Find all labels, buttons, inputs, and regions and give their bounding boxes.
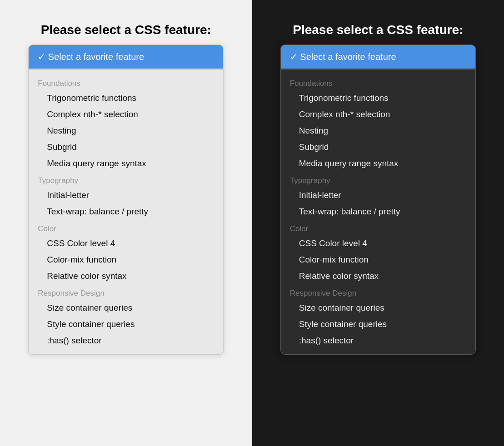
option-item[interactable]: Initial-letter — [29, 187, 223, 203]
option-item[interactable]: Complex nth-* selection — [281, 106, 475, 123]
option-item[interactable]: Relative color syntax — [29, 268, 223, 284]
light-panel-title: Please select a CSS feature: — [41, 23, 211, 37]
option-item[interactable]: Subgrid — [29, 139, 223, 155]
light-select-box[interactable]: ✓ Select a favorite feature FoundationsT… — [28, 45, 224, 355]
light-selected-item[interactable]: ✓ Select a favorite feature — [29, 45, 223, 69]
group-label-color: Color — [281, 220, 475, 235]
option-item[interactable]: :has() selector — [281, 332, 475, 349]
group-label-typography: Typography — [29, 172, 223, 187]
dark-panel-title: Please select a CSS feature: — [293, 23, 463, 37]
option-item[interactable]: Text-wrap: balance / pretty — [29, 203, 223, 220]
group-label-typography: Typography — [281, 172, 475, 187]
dark-options-list: FoundationsTrigonometric functionsComple… — [281, 71, 475, 354]
option-item[interactable]: Color-mix function — [281, 252, 475, 268]
dark-divider — [281, 69, 475, 70]
light-selected-text: ✓ Select a favorite feature — [38, 51, 144, 62]
light-options-list: FoundationsTrigonometric functionsComple… — [29, 71, 223, 354]
option-item[interactable]: Style container queries — [281, 316, 475, 332]
option-item[interactable]: Color-mix function — [29, 252, 223, 268]
option-item[interactable]: CSS Color level 4 — [29, 235, 223, 252]
option-item[interactable]: Nesting — [29, 123, 223, 139]
group-label-color: Color — [29, 220, 223, 235]
option-item[interactable]: CSS Color level 4 — [281, 235, 475, 252]
option-item[interactable]: Complex nth-* selection — [29, 106, 223, 123]
option-item[interactable]: Initial-letter — [281, 187, 475, 203]
option-item[interactable]: Size container queries — [29, 300, 223, 316]
group-label-foundations: Foundations — [29, 74, 223, 90]
option-item[interactable]: Media query range syntax — [29, 155, 223, 172]
group-label-responsive-design: Responsive Design — [281, 284, 475, 300]
dark-panel: Please select a CSS feature: ✓ Select a … — [252, 0, 504, 446]
option-item[interactable]: Trigonometric functions — [29, 90, 223, 106]
option-item[interactable]: Media query range syntax — [281, 155, 475, 172]
option-item[interactable]: :has() selector — [29, 332, 223, 349]
dark-selected-item[interactable]: ✓ Select a favorite feature — [281, 45, 475, 69]
group-label-responsive-design: Responsive Design — [29, 284, 223, 300]
option-item[interactable]: Trigonometric functions — [281, 90, 475, 106]
group-label-foundations: Foundations — [281, 74, 475, 90]
light-panel: Please select a CSS feature: ✓ Select a … — [0, 0, 252, 446]
option-item[interactable]: Nesting — [281, 123, 475, 139]
dark-selected-text: ✓ Select a favorite feature — [290, 51, 396, 62]
option-item[interactable]: Subgrid — [281, 139, 475, 155]
dark-select-box[interactable]: ✓ Select a favorite feature FoundationsT… — [280, 45, 476, 355]
option-item[interactable]: Relative color syntax — [281, 268, 475, 284]
option-item[interactable]: Size container queries — [281, 300, 475, 316]
light-divider — [29, 69, 223, 70]
option-item[interactable]: Text-wrap: balance / pretty — [281, 203, 475, 220]
option-item[interactable]: Style container queries — [29, 316, 223, 332]
